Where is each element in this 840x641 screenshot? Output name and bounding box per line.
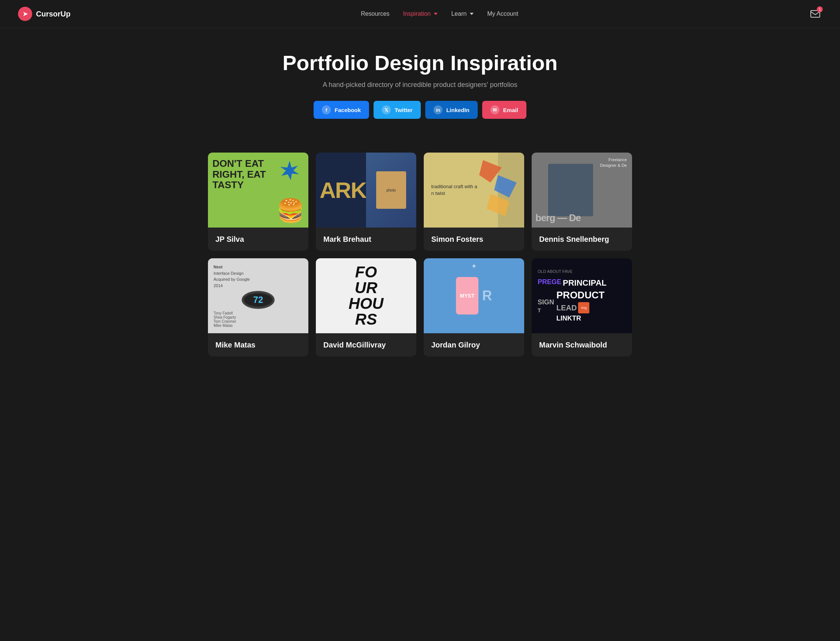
mark-text-left: ARK [320, 177, 366, 203]
mail-badge: 1 [817, 6, 823, 12]
card-body-marvin: Marvin Schwaibold [532, 333, 632, 356]
burger-emoji: 🍔 [276, 197, 305, 224]
card-image-jpsilva: DON'T EATRIGHT, EATTASTY 🍔 [208, 153, 308, 227]
nav-learn[interactable]: Learn [451, 11, 474, 17]
card-name-marvin: Marvin Schwaibold [539, 340, 625, 350]
portfolio-card-simonfosters[interactable]: traditional craft with a n twist Simon F… [424, 153, 524, 251]
inspiration-chevron-icon [434, 13, 438, 15]
mike-details: Tony FadellShea FogartyTom CranmerMike M… [214, 311, 236, 328]
card-name-dennis: Dennis Snellenberg [539, 234, 625, 244]
nav-resources-link[interactable]: Resources [361, 11, 389, 17]
nav-myaccount-link[interactable]: My Account [487, 11, 518, 17]
card-image-jordangilroy: + MYST R [424, 258, 524, 333]
card-image-inner-jpsilva: DON'T EATRIGHT, EATTASTY 🍔 [208, 153, 308, 227]
nav-inspiration[interactable]: Inspiration [403, 11, 438, 17]
nest-device: 72 [243, 292, 273, 308]
logo-text: CursorUp [36, 10, 71, 18]
star-shape-icon [278, 160, 301, 182]
email-icon: ✉ [490, 105, 500, 114]
portfolio-grid: DON'T EATRIGHT, EATTASTY 🍔 JP Silva ARK [208, 153, 632, 356]
card-name-simonfosters: Simon Fosters [431, 234, 517, 244]
jordan-letter: R [482, 288, 492, 304]
product-bag: MYST [456, 277, 479, 314]
page-subtitle: A hand-picked directory of incredible pr… [8, 81, 832, 89]
portfolio-card-jordangilroy[interactable]: + MYST R Jordan Gilroy [424, 258, 524, 356]
card-image-mikematas: NestInterface DesignAcquired by Google20… [208, 258, 308, 333]
hero-section: Portfolio Design Inspiration A hand-pick… [0, 28, 840, 153]
card-name-davidmcgillivray: David McGillivray [323, 340, 409, 350]
share-twitter-button[interactable]: 𝕏 Twitter [374, 101, 421, 119]
card-body-jordangilroy: Jordan Gilroy [424, 333, 524, 356]
nav-right: 1 [808, 7, 822, 21]
simon-triangle-icon [472, 153, 524, 227]
jordan-plus-icon: + [472, 262, 476, 271]
logo-icon: ➤ [18, 7, 32, 21]
share-buttons: f Facebook 𝕏 Twitter in LinkedIn ✉ Email [8, 101, 832, 119]
mark-photo: photo [366, 153, 416, 227]
twitter-icon: 𝕏 [382, 105, 391, 114]
nav-learn-link[interactable]: Learn [451, 11, 474, 17]
dennis-text: berg — De [535, 212, 581, 224]
portfolio-grid-container: DON'T EATRIGHT, EATTASTY 🍔 JP Silva ARK [199, 153, 641, 379]
card-body-mikematas: Mike Matas [208, 333, 308, 356]
card-name-markbrehaut: Mark Brehaut [323, 234, 409, 244]
logo[interactable]: ➤ CursorUp [18, 7, 71, 21]
card-name-jpsilva: JP Silva [215, 234, 301, 244]
marvin-nav: OLD ABOUT FAVE [538, 269, 572, 274]
card-name-mikematas: Mike Matas [215, 340, 301, 350]
portfolio-card-marvin[interactable]: OLD ABOUT FAVE PREGE PRINCIPAL SIGN T PR… [532, 258, 632, 356]
nav-links: Resources Inspiration Learn My Account [361, 11, 518, 17]
card-image-davidmcgillivray: FOURHOURS [316, 258, 416, 333]
jpsilva-text: DON'T EATRIGHT, EATTASTY [212, 158, 266, 190]
linkedin-icon: in [434, 105, 442, 114]
portfolio-card-mikematas[interactable]: NestInterface DesignAcquired by Google20… [208, 258, 308, 356]
share-linkedin-button[interactable]: in LinkedIn [425, 101, 478, 119]
card-image-markbrehaut: ARK photo [316, 153, 416, 227]
share-email-button[interactable]: ✉ Email [482, 101, 527, 119]
navbar: ➤ CursorUp Resources Inspiration Learn M… [0, 0, 840, 28]
mail-icon[interactable]: 1 [808, 7, 822, 21]
card-body-markbrehaut: Mark Brehaut [316, 227, 416, 251]
page-title: Portfolio Design Inspiration [8, 51, 832, 75]
simon-text-overlay: traditional craft with a n twist [431, 183, 477, 197]
marvin-words: PREGE PRINCIPAL [538, 278, 607, 288]
portfolio-card-dennis[interactable]: FreelanceDesigner & De berg — De Dennis … [532, 153, 632, 251]
card-body-simonfosters: Simon Fosters [424, 227, 524, 251]
facebook-icon: f [322, 105, 331, 114]
portfolio-card-davidmcgillivray[interactable]: FOURHOURS David McGillivray [316, 258, 416, 356]
dennis-portrait [548, 164, 593, 216]
card-image-simonfosters: traditional craft with a n twist [424, 153, 524, 227]
dennis-label: FreelanceDesigner & De [600, 157, 627, 169]
card-name-jordangilroy: Jordan Gilroy [431, 340, 517, 350]
card-body-jpsilva: JP Silva [208, 227, 308, 251]
nav-inspiration-link[interactable]: Inspiration [403, 11, 438, 17]
mike-labels: NestInterface DesignAcquired by Google20… [214, 264, 250, 288]
card-body-davidmcgillivray: David McGillivray [316, 333, 416, 356]
share-facebook-button[interactable]: f Facebook [313, 101, 369, 119]
nav-myaccount[interactable]: My Account [487, 11, 518, 17]
nav-resources[interactable]: Resources [361, 11, 389, 17]
hours-text: FOURHOURS [349, 264, 383, 327]
portfolio-card-markbrehaut[interactable]: ARK photo Mark Brehaut [316, 153, 416, 251]
card-image-dennis: FreelanceDesigner & De berg — De [532, 153, 632, 227]
card-body-dennis: Dennis Snellenberg [532, 227, 632, 251]
portfolio-card-jpsilva[interactable]: DON'T EATRIGHT, EATTASTY 🍔 JP Silva [208, 153, 308, 251]
learn-chevron-icon [470, 13, 474, 15]
svg-marker-1 [280, 161, 299, 180]
card-image-marvin: OLD ABOUT FAVE PREGE PRINCIPAL SIGN T PR… [532, 258, 632, 333]
